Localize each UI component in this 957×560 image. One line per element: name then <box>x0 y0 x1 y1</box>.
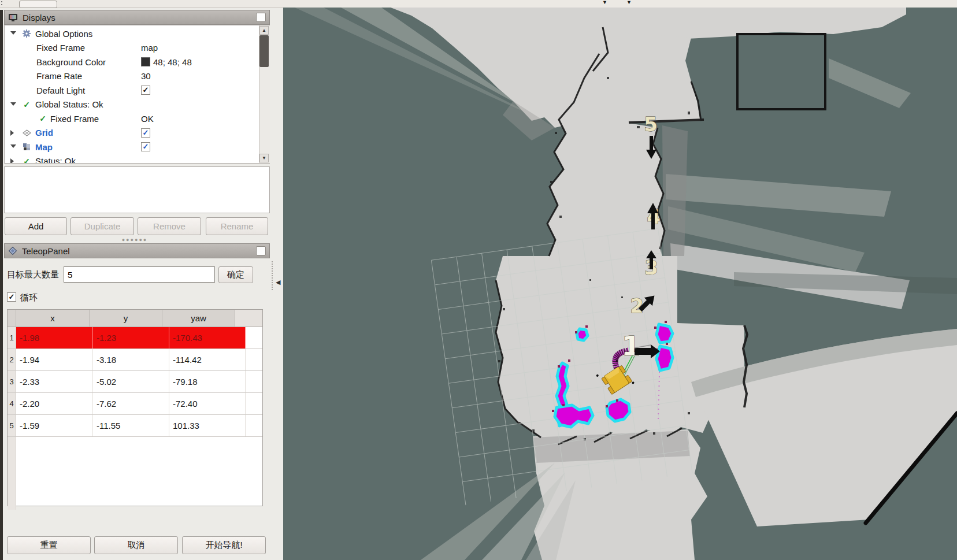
tree-row-frame-rate[interactable]: Frame Rate30 <box>5 69 269 84</box>
expander-icon[interactable] <box>10 144 16 148</box>
tree-row-global-options[interactable]: Global Options <box>5 27 269 41</box>
row-number[interactable]: 4 <box>8 393 16 414</box>
cell-yaw[interactable]: -79.18 <box>169 371 246 392</box>
expander-icon[interactable] <box>10 102 16 106</box>
obstacle-cluster <box>656 324 673 343</box>
goal-count-input[interactable] <box>64 266 215 283</box>
monitor-icon <box>8 13 18 22</box>
tree-checkbox[interactable]: ✓ <box>141 86 150 95</box>
color-swatch[interactable] <box>141 57 150 66</box>
scrollbar-down-icon[interactable]: ▼ <box>259 154 269 162</box>
map-icon <box>23 143 31 151</box>
panel-collapse-handle[interactable] <box>272 261 273 290</box>
waypoint-table[interactable]: xyyaw1-1.98-1.23-170.432-1.94-3.18-114.4… <box>7 309 263 506</box>
scrollbar-thumb[interactable] <box>259 35 269 67</box>
map-room-walls <box>737 34 825 109</box>
duplicate-button[interactable]: Duplicate <box>71 217 134 235</box>
collapse-left-icon[interactable]: ◀ <box>276 279 280 286</box>
chevron-down-icon[interactable]: ▼ <box>626 0 632 5</box>
tree-row-background-color[interactable]: Background Color48; 48; 48 <box>5 55 269 69</box>
tree-row-global-status-ok[interactable]: ✓Global Status: Ok <box>5 98 269 112</box>
teleop-panel-header[interactable]: TeleopPanel <box>4 243 270 258</box>
rename-button[interactable]: Rename <box>206 217 268 235</box>
cell-x[interactable]: -2.33 <box>16 371 93 392</box>
cell-y[interactable]: -3.18 <box>93 349 169 370</box>
expander-icon[interactable] <box>10 31 16 35</box>
diamond-icon <box>8 246 17 255</box>
status-ok-icon: ✓ <box>23 157 30 164</box>
displays-panel-title: Displays <box>23 13 55 23</box>
tree-label: Background Color <box>36 57 106 67</box>
cell-y[interactable]: -5.02 <box>93 371 169 392</box>
displays-tree[interactable]: Global OptionsFixed FramemapBackground C… <box>4 25 270 164</box>
reset-button[interactable]: 重置 <box>7 536 91 554</box>
tree-label: Fixed Frame <box>50 114 99 124</box>
cell-yaw[interactable]: -170.43 <box>169 327 246 348</box>
tree-value[interactable]: map <box>141 43 158 53</box>
table-row[interactable]: 2-1.94-3.18-114.42 <box>8 349 262 371</box>
add-button[interactable]: Add <box>5 217 67 235</box>
obstacle-cluster <box>577 329 588 340</box>
tree-row-fixed-frame[interactable]: Fixed Framemap <box>5 41 269 55</box>
cell-x[interactable]: -1.59 <box>16 415 93 436</box>
displays-panel-header[interactable]: Displays <box>4 10 270 25</box>
tree-row-grid[interactable]: Grid✓ <box>5 126 269 140</box>
cell-yaw[interactable]: 101.33 <box>169 415 246 436</box>
cell-x[interactable]: -1.94 <box>16 349 93 370</box>
toolbar: ▼ ▼ <box>0 0 957 8</box>
table-row[interactable]: 4-2.20-7.62-72.40 <box>8 393 262 415</box>
confirm-button[interactable]: 确定 <box>218 266 253 283</box>
tree-label: Frame Rate <box>36 71 82 81</box>
cell-yaw[interactable]: -72.40 <box>169 393 246 414</box>
obstacle-cluster <box>555 405 593 427</box>
table-row[interactable]: 3-2.33-5.02-79.18 <box>8 371 262 393</box>
panel-float-button[interactable] <box>256 246 266 255</box>
tree-row-map[interactable]: Map✓ <box>5 140 269 154</box>
cell-x[interactable]: -2.20 <box>16 393 93 414</box>
row-number[interactable]: 5 <box>8 415 16 436</box>
tree-value[interactable]: 30 <box>141 71 151 81</box>
tree-checkbox[interactable]: ✓ <box>141 128 150 138</box>
panel-float-button[interactable] <box>256 13 266 22</box>
goal-count-label: 目标最大数量 <box>7 266 59 283</box>
table-row[interactable]: 1-1.98-1.23-170.43 <box>8 327 262 349</box>
remove-button[interactable]: Remove <box>138 217 201 235</box>
cell-y[interactable]: -1.23 <box>93 327 169 348</box>
splitter-handle[interactable]: ●●●●●● <box>121 237 148 243</box>
start-navigation-button[interactable]: 开始导航! <box>182 536 266 554</box>
column-header-x[interactable]: x <box>16 310 90 327</box>
expander-icon[interactable] <box>10 130 14 136</box>
row-number[interactable]: 1 <box>8 327 16 348</box>
cell-yaw[interactable]: -114.42 <box>169 349 246 370</box>
display-description-area <box>4 166 270 213</box>
tree-label: Global Status: Ok <box>35 99 103 109</box>
tree-row-default-light[interactable]: Default Light✓ <box>5 83 269 98</box>
tree-value[interactable]: OK <box>141 114 154 124</box>
status-ok-icon: ✓ <box>23 100 30 109</box>
column-header-yaw[interactable]: yaw <box>162 310 235 327</box>
loop-checkbox[interactable]: ✓ <box>7 292 16 302</box>
tree-label: Default Light <box>36 86 85 95</box>
tree-value[interactable]: 48; 48; 48 <box>153 57 192 67</box>
scrollbar-up-icon[interactable]: ▲ <box>259 26 269 35</box>
toolbar-button[interactable] <box>19 1 57 8</box>
obstacle-cluster <box>656 346 673 370</box>
tree-label: Grid <box>35 128 53 138</box>
cell-y[interactable]: -11.55 <box>93 415 169 436</box>
chevron-down-icon[interactable]: ▼ <box>602 0 607 5</box>
cell-y[interactable]: -7.62 <box>93 393 169 414</box>
tree-checkbox[interactable]: ✓ <box>141 142 150 151</box>
cell-x[interactable]: -1.98 <box>16 327 93 348</box>
tree-row-fixed-frame[interactable]: ✓Fixed FrameOK <box>5 112 269 126</box>
column-header-y[interactable]: y <box>90 310 162 327</box>
toolbar-grip <box>1 1 5 5</box>
row-number[interactable]: 3 <box>8 371 16 392</box>
cancel-button[interactable]: 取消 <box>94 536 178 554</box>
table-header[interactable]: xyyaw <box>8 310 262 327</box>
3d-viewport[interactable]: 12345 <box>283 8 957 560</box>
table-row[interactable]: 5-1.59-11.55101.33 <box>8 415 262 437</box>
tree-row-status-ok[interactable]: ✓Status: Ok <box>5 154 269 164</box>
expander-icon[interactable] <box>10 158 14 164</box>
panel-edge-strip[interactable] <box>0 10 3 560</box>
row-number[interactable]: 2 <box>8 349 16 370</box>
